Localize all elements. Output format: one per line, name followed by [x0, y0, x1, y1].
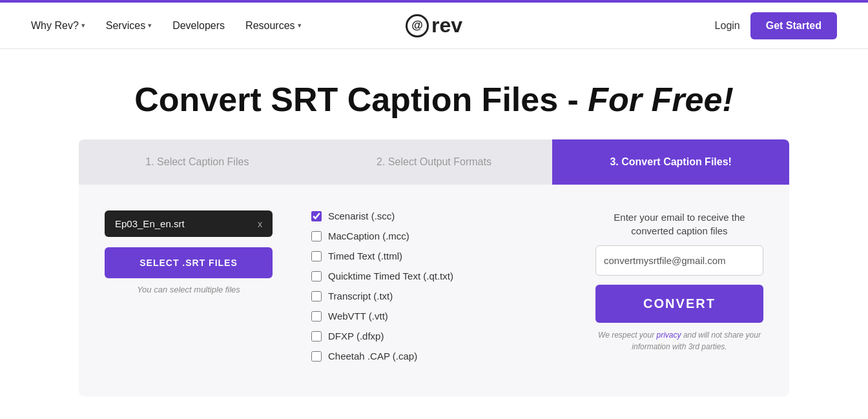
format-label-transcript: Transcript (.txt) [328, 291, 393, 301]
format-label-timed-text: Timed Text (.ttml) [328, 250, 402, 261]
privacy-link[interactable]: privacy [657, 331, 681, 340]
nav-item-services[interactable]: Services ▾ [106, 20, 152, 32]
format-timed-text: Timed Text (.ttml) [311, 250, 557, 261]
nav-label-why-rev: Why Rev? [31, 20, 79, 32]
step-2-label: 2. Select Output Formats [377, 156, 491, 168]
step-3[interactable]: 3. Convert Caption Files! [552, 139, 789, 185]
checkbox-dfxp[interactable] [311, 331, 322, 342]
file-upload-column: Ep03_En_en.srt x SELECT .SRT FILES You c… [105, 210, 273, 371]
format-webvtt: WebVTT (.vtt) [311, 311, 557, 322]
nav-item-why-rev[interactable]: Why Rev? ▾ [31, 20, 85, 32]
format-quicktime: Quicktime Timed Text (.qt.txt) [311, 271, 557, 281]
format-cheetah: Cheetah .CAP (.cap) [311, 351, 557, 362]
get-started-button[interactable]: Get Started [750, 12, 837, 39]
select-srt-button[interactable]: SELECT .SRT FILES [105, 247, 273, 278]
main-card: 1. Select Caption Files 2. Select Output… [79, 139, 789, 396]
navbar: Why Rev? ▾ Services ▾ Developers Resourc… [0, 3, 868, 49]
file-name: Ep03_En_en.srt [115, 218, 185, 229]
format-label-scenarist: Scenarist (.scc) [328, 210, 395, 221]
checkbox-cheetah[interactable] [311, 351, 322, 362]
hero-section: Convert SRT Caption Files - For Free! [0, 49, 868, 139]
hero-title-normal: Convert SRT Caption Files - [134, 81, 588, 118]
checkbox-maccaption[interactable] [311, 231, 322, 241]
format-selection-column: Scenarist (.scc) MacCaption (.mcc) Timed… [311, 210, 557, 371]
format-label-cheetah: Cheetah .CAP (.cap) [328, 351, 417, 362]
checkbox-quicktime[interactable] [311, 271, 322, 281]
format-scenarist: Scenarist (.scc) [311, 210, 557, 221]
chevron-down-icon: ▾ [81, 21, 85, 30]
nav-item-developers[interactable]: Developers [172, 20, 225, 32]
format-maccaption: MacCaption (.mcc) [311, 230, 557, 241]
format-label-webvtt: WebVTT (.vtt) [328, 311, 388, 322]
logo-text: @ rev [406, 14, 462, 37]
nav-label-resources: Resources [245, 20, 294, 32]
checkbox-scenarist[interactable] [311, 211, 322, 221]
logo-icon: @ [406, 14, 429, 37]
format-transcript: Transcript (.txt) [311, 291, 557, 301]
page-title: Convert SRT Caption Files - For Free! [0, 80, 868, 119]
hero-title-italic: For Free! [588, 81, 733, 118]
step-2[interactable]: 2. Select Output Formats [316, 139, 553, 185]
convert-button[interactable]: CONVERT [595, 285, 763, 323]
selected-file-tag: Ep03_En_en.srt x [105, 210, 273, 237]
checkbox-timed-text[interactable] [311, 251, 322, 261]
step-3-label: 3. Convert Caption Files! [610, 156, 731, 168]
login-button[interactable]: Login [715, 20, 740, 32]
nav-label-developers: Developers [172, 20, 225, 32]
format-label-maccaption: MacCaption (.mcc) [328, 230, 409, 241]
nav-left: Why Rev? ▾ Services ▾ Developers Resourc… [31, 20, 302, 32]
format-dfxp: DFXP (.dfxp) [311, 331, 557, 342]
columns-container: Ep03_En_en.srt x SELECT .SRT FILES You c… [79, 185, 789, 371]
checkbox-webvtt[interactable] [311, 311, 322, 322]
nav-right: Login Get Started [715, 12, 837, 39]
step-1-label: 1. Select Caption Files [145, 156, 249, 168]
chevron-down-icon: ▾ [298, 21, 302, 30]
remove-file-button[interactable]: x [258, 219, 262, 229]
nav-label-services: Services [106, 20, 145, 32]
checkbox-transcript[interactable] [311, 291, 322, 301]
format-label-quicktime: Quicktime Timed Text (.qt.txt) [328, 271, 453, 281]
logo-wordmark: rev [431, 14, 462, 37]
email-convert-column: Enter your email to receive the converte… [595, 210, 763, 371]
email-instruction: Enter your email to receive the converte… [595, 210, 763, 238]
privacy-text-before: We respect your [598, 331, 656, 340]
steps-bar: 1. Select Caption Files 2. Select Output… [79, 139, 789, 185]
privacy-note: We respect your privacy and will not sha… [595, 329, 763, 353]
format-label-dfxp: DFXP (.dfxp) [328, 331, 384, 342]
step-1[interactable]: 1. Select Caption Files [79, 139, 316, 185]
logo[interactable]: @ rev [406, 14, 462, 37]
chevron-down-icon: ▾ [148, 21, 152, 30]
nav-item-resources[interactable]: Resources ▾ [245, 20, 301, 32]
select-hint: You can select multiple files [105, 285, 273, 294]
email-input[interactable] [595, 245, 763, 276]
